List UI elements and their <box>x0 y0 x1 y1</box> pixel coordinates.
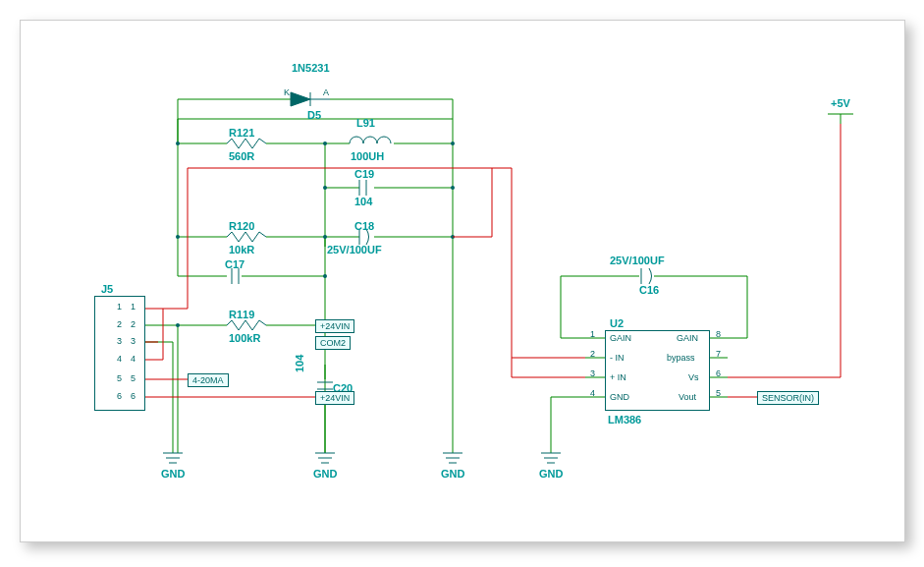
diode-part: 1N5231 <box>292 62 330 74</box>
j5-ref: J5 <box>101 283 113 295</box>
c16-ref: C16 <box>639 284 659 296</box>
net-24vin-2: +24VIN <box>315 391 354 405</box>
r120-val: 10kR <box>229 244 254 255</box>
diode-ref: D5 <box>307 109 321 121</box>
l91-val: 100UH <box>351 150 384 162</box>
u2-pin4: GND <box>610 392 629 402</box>
j5-p2-outer: 2 <box>117 319 122 329</box>
c18-val: 25V/100UF <box>327 244 382 255</box>
svg-point-79 <box>176 235 180 239</box>
diode-k: K <box>284 87 290 97</box>
svg-point-75 <box>323 186 327 190</box>
j5-p2: 2 <box>131 319 136 329</box>
svg-point-81 <box>176 323 180 327</box>
r119-ref: R119 <box>229 309 254 320</box>
u2-pin5: Vout <box>679 392 696 402</box>
j5-p4: 4 <box>131 354 136 364</box>
c16-val: 25V/100UF <box>610 255 665 266</box>
u2-pin6n: 6 <box>716 369 721 378</box>
svg-point-76 <box>451 186 455 190</box>
svg-point-73 <box>323 142 327 145</box>
r120-ref: R120 <box>229 220 254 232</box>
u2-pin8: GAIN <box>677 333 698 343</box>
svg-point-77 <box>323 235 327 239</box>
wiring-svg <box>60 40 865 522</box>
c19-val: 104 <box>354 196 372 207</box>
schematic-canvas: 1N5231 K A D5 R121 560R L91 100UH C19 10… <box>60 40 865 522</box>
j5-p3: 3 <box>131 336 136 346</box>
c19-ref: C19 <box>354 168 374 180</box>
gnd3: GND <box>441 468 464 480</box>
j5-p6: 6 <box>131 391 136 401</box>
svg-point-72 <box>176 142 180 145</box>
u2-pin2: - IN <box>610 353 625 363</box>
svg-point-74 <box>451 142 455 145</box>
diode-a: A <box>323 87 329 97</box>
gnd2: GND <box>313 468 337 480</box>
gnd1: GND <box>161 468 185 480</box>
u2-pin7: bypass <box>667 353 695 363</box>
l91-ref: L91 <box>356 117 375 129</box>
u2-pin3n: 3 <box>590 369 595 378</box>
net-sensorin: SENSOR(IN) <box>757 391 819 405</box>
schematic-frame: 1N5231 K A D5 R121 560R L91 100UH C19 10… <box>20 20 905 542</box>
r121-val: 560R <box>229 150 254 162</box>
gnd4: GND <box>539 468 563 480</box>
vcc-label: +5V <box>831 97 850 109</box>
u2-pin2n: 2 <box>590 349 595 359</box>
j5-p1: 1 <box>131 302 136 312</box>
c18-ref: C18 <box>354 220 374 232</box>
svg-marker-61 <box>291 92 310 106</box>
u2-pin6: Vs <box>688 372 699 382</box>
u2-pin5n: 5 <box>716 388 721 398</box>
net-24vin-1: +24VIN <box>315 319 354 333</box>
j5-p4-outer: 4 <box>117 354 122 364</box>
net-420ma: 4-20MA <box>188 373 229 387</box>
j5-p3-outer: 3 <box>117 336 122 346</box>
j5-p5: 5 <box>131 373 136 383</box>
j5-p1-outer: 1 <box>117 302 122 312</box>
r119-val: 100kR <box>229 332 260 344</box>
j5-p6-outer: 6 <box>117 391 122 401</box>
u2-pin1n: 1 <box>590 329 595 339</box>
u2-pin3: + IN <box>610 372 626 382</box>
u2-pin7n: 7 <box>716 349 721 359</box>
u2-ref: U2 <box>610 317 624 329</box>
r121-ref: R121 <box>229 127 254 139</box>
c20-val: 104 <box>294 355 305 372</box>
net-com2: COM2 <box>315 336 351 350</box>
c17-ref: C17 <box>225 258 245 270</box>
j5-p5-outer: 5 <box>117 373 122 383</box>
svg-point-80 <box>323 274 327 278</box>
u2-pin4n: 4 <box>590 388 595 398</box>
u2-pin8n: 8 <box>716 329 721 339</box>
u2-part: LM386 <box>608 414 641 425</box>
u2-pin1: GAIN <box>610 333 631 343</box>
